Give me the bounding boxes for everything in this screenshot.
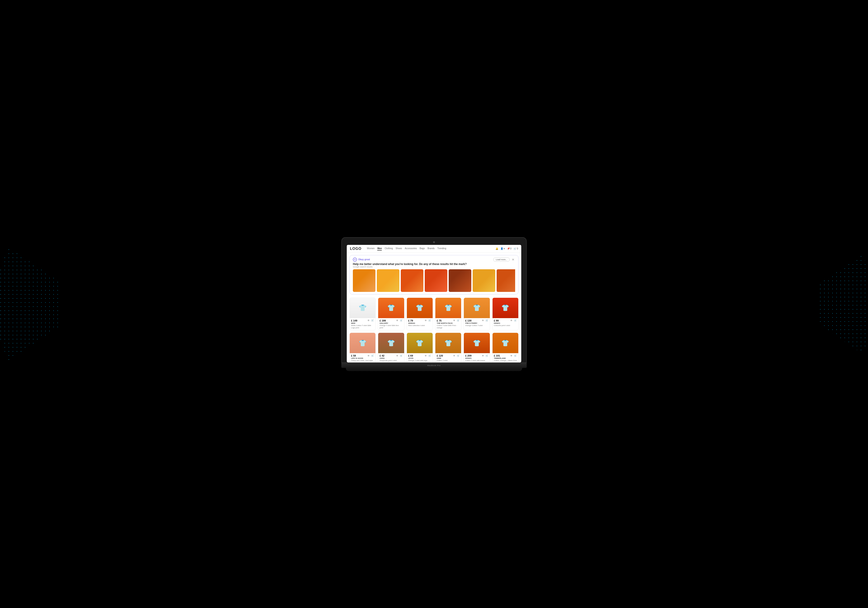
product-actions-6: ⊕ 🛒 — [510, 319, 517, 322]
google-image-7[interactable] — [497, 269, 515, 292]
product-price-6: £ 99 — [494, 319, 499, 322]
laptop: LOGO Women Men Clothing Shoes Accessorie… — [341, 237, 527, 371]
product-name-7: Camp van t-shirt, Surf style — [351, 360, 374, 362]
cart-product-2[interactable]: 🛒 — [400, 319, 403, 322]
product-name-9: Orange T-shirt with logo — [408, 360, 431, 362]
laptop-screen-outer: LOGO Women Men Clothing Shoes Accessorie… — [341, 237, 527, 363]
product-brand-1: NIKE — [351, 322, 374, 324]
nav-link-accessories[interactable]: Accessories — [405, 247, 417, 251]
cart-product-6[interactable]: 🛒 — [514, 319, 517, 322]
product-image-7: 👕 — [350, 333, 375, 353]
google-image-4[interactable] — [425, 269, 447, 292]
cart-product-1[interactable]: 🛒 — [371, 319, 374, 322]
nav-link-bags[interactable]: Bags — [420, 247, 425, 251]
product-brand-11: KENZO — [465, 357, 488, 359]
product-image-2: 👕 — [378, 298, 404, 318]
pin-product-11[interactable]: ⊕ — [481, 354, 484, 357]
product-name-1: White Cotton T-shirt With Logo print — [351, 324, 374, 329]
product-card-3: 👕 £ 79 ⊕ 🛒 ADIDAS New collection t-shirt — [407, 298, 433, 330]
pin-product-7[interactable]: ⊕ — [367, 354, 370, 357]
pin-product-8[interactable]: ⊕ — [395, 354, 399, 357]
product-brand-9: LEVIS — [408, 357, 431, 359]
product-info-9: £ 69 ⊕ 🛒 LEVIS Orange T-shirt with logo — [407, 353, 432, 362]
cart-product-12[interactable]: 🛒 — [514, 354, 517, 357]
google-image-6[interactable] — [473, 269, 495, 292]
product-price-11: £ 209 — [465, 354, 471, 357]
cart-button[interactable]: 🛒 0 — [513, 247, 518, 250]
nav-link-trending[interactable]: Trending — [437, 247, 446, 251]
product-card-12: 👕 £ 101 ⊕ 🛒 TIMBERLAND Cotton, Orange + … — [492, 333, 519, 362]
product-info-6: £ 99 ⊕ 🛒 KENZO Colourful print t-shirt — [493, 318, 518, 328]
laptop-base — [341, 363, 527, 368]
product-price-4: £ 75 — [437, 319, 442, 322]
product-brand-7: LIFE IS GOOD — [351, 357, 374, 359]
product-price-2: £ 199 — [380, 319, 386, 322]
pin-product-6[interactable]: ⊕ — [510, 319, 513, 322]
cart-product-7[interactable]: 🛒 — [371, 354, 374, 357]
laptop-bottom — [346, 368, 522, 371]
cart-product-4[interactable]: 🛒 — [457, 319, 460, 322]
load-more-button[interactable]: Load more... — [493, 257, 510, 262]
product-card-11: 👕 £ 209 ⊕ 🛒 KENZO Cotton T-shirt with br… — [463, 333, 490, 362]
product-card-10: 👕 £ 120 ⊕ 🛒 DIME Cotton T-shirt — [435, 333, 461, 362]
nav-icons: 🔔 👤 ▾ 📌 0 🛒 0 — [496, 247, 518, 250]
product-brand-10: DIME — [437, 357, 460, 359]
product-name-11: Cotton T-shirt with brand print — [465, 360, 488, 362]
account-button[interactable]: 👤 ▾ — [501, 247, 505, 250]
product-brand-6: KENZO — [494, 322, 517, 324]
product-name-10: Cotton T-shirt — [437, 360, 460, 362]
product-name-4: Cotton T-shirt With Print - orange — [437, 324, 460, 329]
nav-link-women[interactable]: Women — [367, 247, 375, 251]
nav-link-shoes[interactable]: Shoes — [395, 247, 402, 251]
account-icon: 👤 — [501, 247, 503, 250]
pin-product-10[interactable]: ⊕ — [453, 354, 456, 357]
product-actions-7: ⊕ 🛒 — [367, 354, 374, 357]
product-actions-8: ⊕ 🛒 — [395, 354, 403, 357]
product-image-9: 👕 — [407, 333, 432, 353]
product-card-7: 👕 £ 59 ⊕ 🛒 LIFE IS GOOD Camp van t-shirt… — [349, 333, 376, 362]
pin-product-3[interactable]: ⊕ — [424, 319, 427, 322]
google-image-1[interactable] — [353, 269, 375, 292]
pin-product-1[interactable]: ⊕ — [367, 319, 370, 322]
google-image-3[interactable] — [401, 269, 423, 292]
pin-product-12[interactable]: ⊕ — [510, 354, 513, 357]
product-price-1: £ 149 — [351, 319, 357, 322]
pin-button[interactable]: 📌 0 — [507, 247, 512, 250]
cart-product-10[interactable]: 🛒 — [457, 354, 460, 357]
product-card-2: 👕 £ 199 ⊕ 🛒 GALLERY Orange T-shirt With … — [378, 298, 404, 330]
pin-product-2[interactable]: ⊕ — [395, 319, 399, 322]
nav-link-clothing[interactable]: Clothing — [384, 247, 393, 251]
nav-link-men[interactable]: Men — [377, 247, 382, 251]
product-actions-4: ⊕ 🛒 — [453, 319, 460, 322]
pin-product-5[interactable]: ⊕ — [481, 319, 484, 322]
product-info-5: £ 130 ⊕ 🛒 FRE D PERRY Orange Cotton T-sh… — [464, 318, 490, 328]
cart-product-3[interactable]: 🛒 — [428, 319, 431, 322]
product-price-5: £ 130 — [465, 319, 471, 322]
product-name-8: Greyscale print t-shirt — [380, 360, 403, 362]
cart-product-8[interactable]: 🛒 — [400, 354, 403, 357]
cart-product-11[interactable]: 🛒 — [485, 354, 488, 357]
product-image-5: 👕 — [464, 298, 490, 318]
product-brand-2: GALLERY — [380, 322, 403, 324]
notification-button[interactable]: 🔔 — [496, 247, 498, 250]
product-info-7: £ 59 ⊕ 🛒 LIFE IS GOOD Camp van t-shirt, … — [350, 353, 375, 362]
cart-product-9[interactable]: 🛒 — [428, 354, 431, 357]
ai-tag: Okay great — [358, 258, 370, 261]
product-card-1: 👕 £ 149 ⊕ 🛒 NIKE White Cotton T-shirt Wi… — [349, 298, 376, 330]
close-banner-button[interactable]: ✕ — [511, 257, 515, 262]
product-name-6: Colourful print t-shirt — [494, 324, 517, 327]
pin-product-4[interactable]: ⊕ — [453, 319, 456, 322]
product-actions-2: ⊕ 🛒 — [395, 319, 403, 322]
product-actions-11: ⊕ 🛒 — [481, 354, 488, 357]
ai-banner-actions: Load more... ✕ — [493, 257, 515, 262]
product-image-8: 👕 — [378, 333, 404, 353]
cart-product-5[interactable]: 🛒 — [485, 319, 488, 322]
account-chevron: ▾ — [504, 247, 505, 250]
google-image-5[interactable] — [449, 269, 471, 292]
product-info-8: £ 42 ⊕ 🛒 ZARA Greyscale print t-shirt — [378, 353, 404, 362]
nav-link-brands[interactable]: Brands — [428, 247, 435, 251]
laptop-screen: LOGO Women Men Clothing Shoes Accessorie… — [347, 245, 521, 363]
product-name-12: Cotton, Orange + Black Print — [494, 360, 517, 362]
google-image-2[interactable] — [377, 269, 400, 292]
pin-product-9[interactable]: ⊕ — [424, 354, 427, 357]
